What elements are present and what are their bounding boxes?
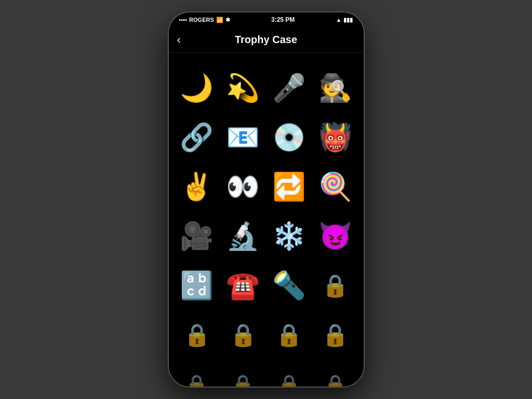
- trophy-cell[interactable]: 👹: [312, 113, 358, 162]
- carrier-label: ROGERS: [189, 17, 214, 23]
- trophy-cell[interactable]: 🔗: [174, 113, 220, 162]
- battery-icon: ▮▮▮: [343, 17, 353, 23]
- status-left: ▪▪▪▪ ROGERS 📶 ✱: [179, 17, 230, 23]
- status-time: 3:25 PM: [271, 16, 295, 23]
- trophy-cell[interactable]: 🕵️: [312, 63, 358, 113]
- trophy-cell[interactable]: 🔒: [312, 360, 358, 387]
- status-bar: ▪▪▪▪ ROGERS 📶 ✱ 3:25 PM ▲ ▮▮▮: [169, 12, 364, 27]
- location-icon: ▲: [336, 17, 342, 23]
- trophy-cell[interactable]: 👀: [220, 162, 266, 211]
- trophy-cell[interactable]: 🔒: [266, 310, 312, 360]
- trophy-cell[interactable]: ❄️: [266, 211, 312, 261]
- trophy-cell[interactable]: 😈: [312, 211, 358, 261]
- trophy-grid-container[interactable]: 🌙💫🎤🕵️🔗📧💿👹✌️👀🔁🍭🎥🔬❄️😈🔡☎️🔦🔒🔒🔒🔒🔒🔒🔒🔒🔒: [169, 53, 364, 387]
- trophy-cell[interactable]: 🍭: [312, 162, 358, 211]
- trophy-cell[interactable]: ✌️: [174, 162, 220, 211]
- trophy-cell[interactable]: 🔒: [220, 310, 266, 360]
- trophy-cell[interactable]: 🔒: [220, 360, 266, 387]
- phone-frame: ▪▪▪▪ ROGERS 📶 ✱ 3:25 PM ▲ ▮▮▮ ‹ Trophy C…: [169, 12, 364, 387]
- back-button[interactable]: ‹: [177, 34, 181, 46]
- trophy-cell[interactable]: 📧: [220, 113, 266, 162]
- trophy-cell[interactable]: 🔒: [174, 360, 220, 387]
- trophy-cell[interactable]: 🔒: [174, 310, 220, 360]
- trophy-cell[interactable]: ☎️: [220, 261, 266, 310]
- signal-icon: ✱: [225, 17, 230, 23]
- trophy-cell[interactable]: 🔒: [266, 360, 312, 387]
- status-right: ▲ ▮▮▮: [336, 17, 353, 23]
- page-title: Trophy Case: [235, 34, 297, 46]
- trophy-cell[interactable]: 🔁: [266, 162, 312, 211]
- trophy-cell[interactable]: 🌙: [174, 63, 220, 113]
- trophy-cell[interactable]: 💿: [266, 113, 312, 162]
- trophy-cell[interactable]: 🔒: [312, 310, 358, 360]
- trophy-grid: 🌙💫🎤🕵️🔗📧💿👹✌️👀🔁🍭🎥🔬❄️😈🔡☎️🔦🔒🔒🔒🔒🔒🔒🔒🔒🔒: [169, 63, 364, 387]
- trophy-cell[interactable]: 🔒: [312, 261, 358, 310]
- trophy-cell[interactable]: 💫: [220, 63, 266, 113]
- signal-bars: ▪▪▪▪: [179, 17, 188, 23]
- trophy-cell[interactable]: 🎤: [266, 63, 312, 113]
- trophy-cell[interactable]: 🔦: [266, 261, 312, 310]
- trophy-cell[interactable]: 🔡: [174, 261, 220, 310]
- wifi-icon: 📶: [216, 17, 223, 23]
- trophy-cell[interactable]: 🔬: [220, 211, 266, 261]
- nav-bar: ‹ Trophy Case: [169, 27, 364, 53]
- trophy-cell[interactable]: 🎥: [174, 211, 220, 261]
